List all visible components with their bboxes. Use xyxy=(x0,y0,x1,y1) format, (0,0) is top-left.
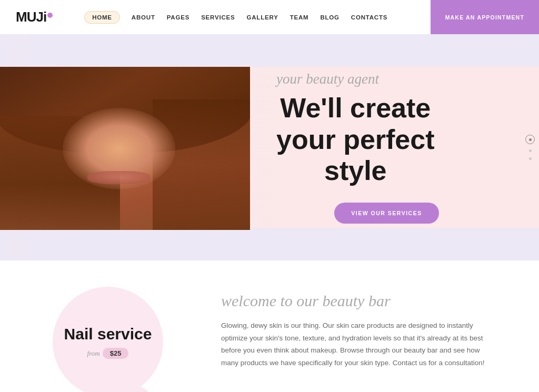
welcome-section: welcome to our beauty bar Glowing, dewy … xyxy=(221,287,497,369)
nail-service-title: Nail service xyxy=(64,325,152,343)
hero-content: your beauty agent We'll create your perf… xyxy=(250,34,539,260)
nail-service-price-wrap: from $25 xyxy=(87,348,129,359)
nav-gallery[interactable]: GALLERY xyxy=(247,14,278,21)
nav-about[interactable]: ABOUT xyxy=(132,14,155,21)
price-from-label: from xyxy=(87,349,100,358)
nav-team[interactable]: TEAM xyxy=(290,14,309,21)
slide-dot-inner xyxy=(529,138,532,141)
hero-heading-line2: your perfect xyxy=(276,124,435,155)
slide-indicator-3[interactable] xyxy=(529,157,532,160)
lips xyxy=(87,171,150,184)
hero-image xyxy=(0,67,250,230)
nav-services[interactable]: SERVICES xyxy=(201,14,235,21)
appointment-button[interactable]: MAKE AN APPOINTMENT xyxy=(431,0,539,34)
nav-contacts[interactable]: CONTACTS xyxy=(351,14,387,21)
slide-indicators xyxy=(525,135,535,160)
hero-script: your beauty agent xyxy=(276,71,379,87)
services-left: Nail service from $25 Hair xyxy=(53,287,189,392)
hero-heading: We'll create your perfect style xyxy=(276,93,435,187)
hero-image-wrap xyxy=(0,67,250,230)
nav-home[interactable]: HOME xyxy=(84,11,120,24)
logo-dot xyxy=(47,13,53,18)
slide-indicator-active[interactable] xyxy=(525,135,535,144)
nav-blog[interactable]: BLOG xyxy=(320,14,339,21)
nav-links: HOME ABOUT PAGES SERVICES GALLERY TEAM B… xyxy=(84,11,435,24)
nail-service-card[interactable]: Nail service from $25 xyxy=(53,287,163,392)
slide-indicator-2[interactable] xyxy=(529,149,532,152)
welcome-body: Glowing, dewy skin is our thing. Our ski… xyxy=(221,319,497,369)
nav-pages[interactable]: PAGES xyxy=(167,14,189,21)
welcome-script: welcome to our beauty bar xyxy=(221,292,497,310)
hero-section: your beauty agent We'll create your perf… xyxy=(0,34,539,260)
navbar: MUJi HOME ABOUT PAGES SERVICES GALLERY T… xyxy=(0,0,539,34)
logo[interactable]: MUJi xyxy=(16,9,53,25)
view-services-button[interactable]: VIEW OUR SERVICES xyxy=(334,203,438,224)
hero-heading-line3: style xyxy=(324,155,387,186)
services-welcome-section: Nail service from $25 Hair welcome to ou… xyxy=(0,260,539,392)
price-value: $25 xyxy=(103,348,129,359)
logo-text: MUJi xyxy=(16,9,46,25)
hero-heading-line1: We'll create xyxy=(280,93,431,123)
